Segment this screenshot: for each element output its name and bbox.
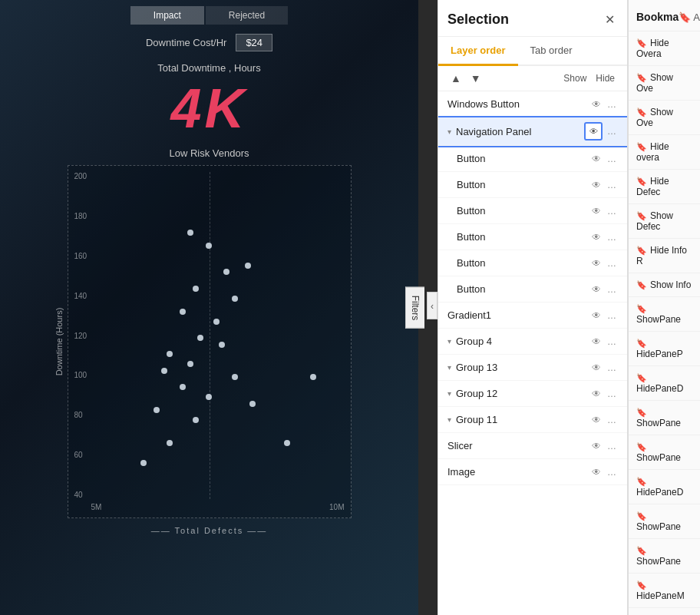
bookmark-item[interactable]: 🔖Show Info	[629, 273, 700, 297]
more-options-icon[interactable]: …	[606, 388, 618, 400]
visibility-icon[interactable]: 👁	[590, 336, 603, 348]
move-up-button[interactable]: ▲	[447, 71, 464, 86]
more-options-icon[interactable]: …	[606, 179, 618, 191]
scatter-dot	[206, 243, 212, 249]
add-bookmark-button[interactable]: 🔖 Add	[679, 12, 700, 23]
filters-tab[interactable]: Filters	[405, 286, 424, 329]
viz-tab-bar: Impact Rejected	[0, 0, 418, 25]
bookmark-item[interactable]: 🔖ShowPane	[629, 608, 700, 615]
visibility-icon[interactable]: 👁	[590, 179, 603, 191]
layer-name: Image	[447, 466, 587, 478]
visibility-icon[interactable]: 👁	[590, 466, 603, 478]
layer-item[interactable]: Button👁…	[438, 172, 627, 198]
visibility-icon[interactable]: 👁	[590, 257, 603, 269]
more-options-icon[interactable]: …	[606, 440, 618, 452]
bookmark-item[interactable]: 🔖Show Defec	[629, 204, 700, 239]
scatter-dot	[206, 394, 212, 400]
x-axis-label: —— Total Defects ——	[151, 526, 268, 535]
bookmark-item[interactable]: 🔖ShowPane	[629, 504, 700, 539]
big-number: 4K	[0, 77, 418, 140]
bookmark-icon: 🔖	[636, 339, 647, 348]
visibility-icon[interactable]: 👁	[590, 98, 603, 111]
bookmark-item[interactable]: 🔖Show Ove	[629, 66, 700, 101]
scatter-dot	[284, 440, 290, 446]
visibility-icon[interactable]: 👁	[590, 231, 603, 243]
more-options-icon[interactable]: …	[606, 466, 618, 478]
more-options-icon[interactable]: …	[606, 362, 618, 374]
visibility-icon[interactable]: 👁	[590, 440, 603, 452]
tab-tab-order[interactable]: Tab order	[518, 37, 585, 66]
more-options-icon[interactable]: …	[606, 257, 618, 269]
scatter-chart: 200 180 160 140 120 100 80 60 40 5M 10M	[68, 165, 352, 518]
selection-header: Selection ✕	[438, 0, 627, 37]
bookmark-icon: 🔖	[636, 580, 647, 590]
scatter-dot	[154, 407, 160, 413]
bookmark-item[interactable]: 🔖Hide overa	[629, 135, 700, 170]
bookmark-icon: 🔖	[636, 246, 647, 255]
more-options-icon[interactable]: …	[606, 414, 618, 426]
bookmark-item[interactable]: 🔖Show Ove	[629, 101, 700, 135]
more-options-icon[interactable]: …	[606, 153, 618, 165]
bookmark-item[interactable]: 🔖ShowPane	[629, 435, 700, 470]
visibility-icon[interactable]: 👁	[590, 362, 603, 374]
visibility-icon[interactable]: 👁	[590, 309, 603, 322]
more-options-icon[interactable]: …	[606, 98, 618, 111]
layer-item[interactable]: ▾Navigation Panel👁…	[438, 117, 627, 146]
bookmark-icon: 🔖	[636, 511, 647, 521]
close-selection-button[interactable]: ✕	[602, 11, 618, 28]
bookmark-icon: 🔖	[636, 211, 647, 220]
layer-name: Button	[457, 283, 587, 295]
layer-item[interactable]: Slicer👁…	[438, 433, 627, 459]
more-options-icon[interactable]: …	[606, 309, 618, 322]
rejected-tab[interactable]: Rejected	[206, 6, 288, 25]
bookmark-item[interactable]: 🔖HidePaneD	[629, 366, 700, 401]
visibility-cursor-icon[interactable]: 👁	[584, 122, 603, 141]
layer-item[interactable]: Windows Button👁…	[438, 91, 627, 117]
bookmark-item[interactable]: 🔖HidePaneD	[629, 470, 700, 504]
more-options-icon[interactable]: …	[606, 336, 618, 348]
layer-item[interactable]: Button👁…	[438, 198, 627, 224]
scatter-dot	[180, 309, 186, 315]
layer-item[interactable]: Button👁…	[438, 224, 627, 250]
move-down-button[interactable]: ▼	[467, 71, 484, 86]
layer-item[interactable]: Button👁…	[438, 276, 627, 303]
visibility-icon[interactable]: 👁	[590, 283, 603, 296]
layer-name: Windows Button	[447, 98, 587, 110]
layer-item[interactable]: Image👁…	[438, 459, 627, 485]
visibility-icon[interactable]: 👁	[590, 388, 603, 400]
bookmark-list: 🔖Hide Overa🔖Show Ove🔖Show Ove🔖Hide overa…	[629, 31, 700, 615]
impact-tab[interactable]: Impact	[130, 6, 204, 25]
layer-item[interactable]: Gradient1👁…	[438, 303, 627, 329]
collapse-panel-btn[interactable]: ‹	[427, 292, 438, 319]
layer-item[interactable]: ▾Group 4👁…	[438, 329, 627, 355]
bookmark-item[interactable]: 🔖HidePaneM	[629, 574, 700, 608]
more-options-icon[interactable]: …	[606, 283, 618, 296]
bookmark-item[interactable]: 🔖Hide Info R	[629, 239, 700, 273]
layer-item[interactable]: ▾Group 11👁…	[438, 407, 627, 433]
layer-item[interactable]: Button👁…	[438, 146, 627, 172]
more-options-icon[interactable]: …	[606, 205, 618, 217]
visibility-icon[interactable]: 👁	[590, 414, 603, 426]
scatter-dot	[187, 361, 193, 367]
layer-item[interactable]: ▾Group 13👁…	[438, 355, 627, 381]
bookmark-icon: 🔖	[636, 546, 647, 555]
layer-item[interactable]: ▾Group 12👁…	[438, 381, 627, 407]
cost-label: Downtime Cost/Hr	[146, 37, 226, 48]
bookmark-icon: 🔖	[636, 177, 647, 186]
bookmark-item[interactable]: 🔖ShowPane	[629, 401, 700, 435]
bookmark-item[interactable]: 🔖ShowPane	[629, 297, 700, 332]
bookmark-item[interactable]: 🔖ShowPane	[629, 539, 700, 574]
cost-row: Downtime Cost/Hr $24	[0, 34, 418, 51]
tab-layer-order[interactable]: Layer order	[438, 37, 518, 66]
more-options-icon[interactable]: …	[606, 231, 618, 243]
more-options-icon[interactable]: …	[606, 125, 618, 137]
bookmark-item[interactable]: 🔖Hide Defec	[629, 170, 700, 204]
visibility-icon[interactable]: 👁	[590, 153, 603, 165]
selection-panel: Selection ✕ Layer order Tab order ▲ ▼ Sh…	[438, 0, 628, 615]
bookmark-item[interactable]: 🔖HidePaneP	[629, 332, 700, 366]
bookmark-item[interactable]: 🔖Hide Overa	[629, 31, 700, 66]
layer-item[interactable]: Button👁…	[438, 250, 627, 276]
scatter-dot	[249, 401, 256, 407]
scatter-dot	[193, 286, 199, 292]
visibility-icon[interactable]: 👁	[590, 205, 603, 217]
